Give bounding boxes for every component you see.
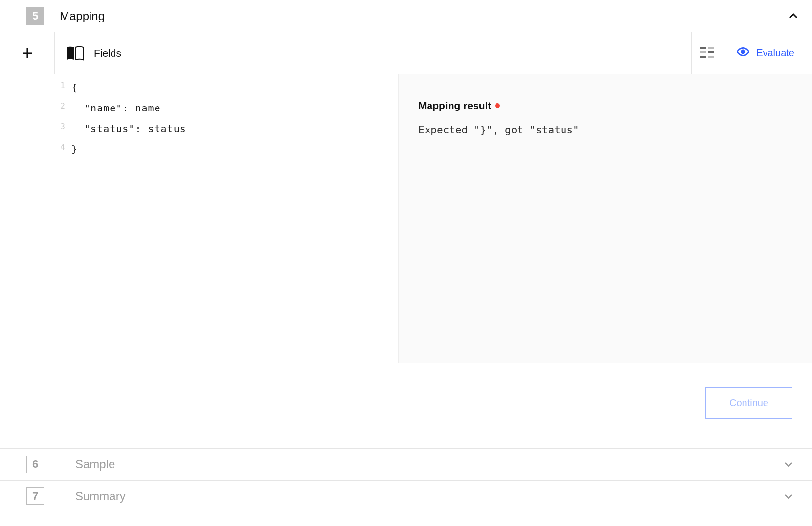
line-number: 2 <box>55 98 71 118</box>
svg-rect-6 <box>700 56 706 58</box>
code-text: { <box>71 77 78 98</box>
svg-rect-5 <box>708 51 714 53</box>
step-number-badge: 5 <box>26 7 44 25</box>
step-number-badge: 6 <box>26 456 44 473</box>
step-header-mapping[interactable]: 5 Mapping <box>0 0 812 32</box>
step-header-sample[interactable]: 6 Sample <box>0 448 812 480</box>
code-line: 2 "name": name <box>55 98 398 118</box>
step-number-badge: 7 <box>26 487 44 505</box>
line-number: 4 <box>55 139 71 159</box>
code-text: } <box>71 139 78 159</box>
line-number: 3 <box>55 118 71 139</box>
svg-point-8 <box>742 50 745 54</box>
svg-rect-7 <box>708 56 714 58</box>
fields-label: Fields <box>94 47 121 59</box>
error-dot-icon <box>495 103 500 108</box>
code-line: 4 } <box>55 139 398 159</box>
code-line: 1 { <box>55 77 398 98</box>
evaluate-button[interactable]: Evaluate <box>722 32 812 74</box>
step-header-summary[interactable]: 7 Summary <box>0 480 812 512</box>
svg-rect-4 <box>700 51 706 53</box>
step-footer: Continue <box>0 363 812 448</box>
mapping-workspace: 1 { 2 "name": name 3 "status": status 4 … <box>55 74 812 363</box>
svg-rect-2 <box>700 47 706 49</box>
result-title-text: Mapping result <box>418 100 491 111</box>
line-number: 1 <box>55 77 71 98</box>
step-title: Mapping <box>60 9 787 23</box>
eye-icon <box>737 45 749 61</box>
chevron-down-icon[interactable] <box>782 489 795 503</box>
code-editor[interactable]: 1 { 2 "name": name 3 "status": status 4 … <box>55 74 399 363</box>
step-title: Summary <box>75 489 413 503</box>
format-button[interactable] <box>691 32 722 74</box>
result-panel: Mapping result Expected "}", got "status… <box>399 74 812 363</box>
evaluate-label: Evaluate <box>756 47 794 59</box>
continue-button[interactable]: Continue <box>705 387 792 419</box>
plus-icon[interactable] <box>20 46 35 61</box>
chevron-down-icon[interactable] <box>782 458 795 471</box>
format-icon <box>700 47 714 60</box>
book-icon <box>66 45 84 61</box>
result-title: Mapping result <box>418 100 792 111</box>
result-message: Expected "}", got "status" <box>418 124 792 136</box>
chevron-up-icon[interactable] <box>787 9 800 23</box>
code-line: 3 "status": status <box>55 118 398 139</box>
step-title: Sample <box>75 458 413 471</box>
code-text: "status": status <box>71 118 186 139</box>
mapping-toolbar: Fields Evaluate <box>0 32 812 74</box>
svg-rect-3 <box>708 47 714 49</box>
code-text: "name": name <box>71 98 161 118</box>
